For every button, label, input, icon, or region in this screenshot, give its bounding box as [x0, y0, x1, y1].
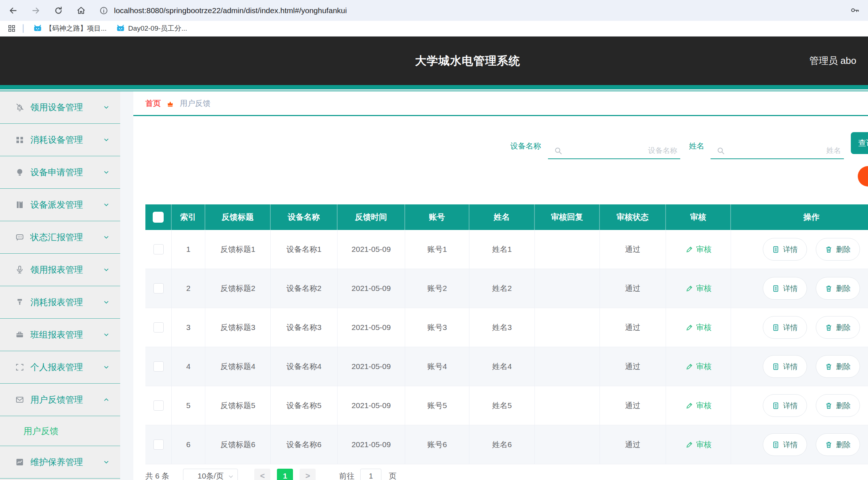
- sidebar-item[interactable]: 用户反馈管理: [0, 384, 120, 416]
- sidebar-subitem[interactable]: 用户反馈: [0, 416, 120, 446]
- bookmark-item[interactable]: Day02-09-员工分...: [116, 24, 187, 33]
- row-checkbox[interactable]: [153, 244, 164, 254]
- prev-page-button[interactable]: <: [254, 469, 270, 480]
- table-row: 2 反馈标题2 设备名称2 2021-05-09 账号2 姓名2 通过 审核 详…: [145, 269, 868, 308]
- cell-account: 账号6: [405, 425, 469, 464]
- column-header: 反馈时间: [338, 204, 405, 230]
- bookmark-label: Day02-09-员工分...: [128, 24, 187, 33]
- detail-button[interactable]: 详情: [763, 238, 807, 261]
- add-fab-button[interactable]: [858, 166, 868, 187]
- audit-link[interactable]: 审核: [685, 439, 712, 450]
- detail-button[interactable]: 详情: [763, 433, 807, 456]
- document-icon: [772, 324, 780, 331]
- refresh-icon[interactable]: [53, 5, 64, 16]
- briefcase-icon: [15, 330, 25, 340]
- detail-button[interactable]: 详情: [763, 394, 807, 417]
- sidebar-subitem-label: 用户反馈: [23, 425, 58, 437]
- cell-device-name: 设备名称4: [271, 347, 338, 386]
- next-page-button[interactable]: >: [300, 469, 316, 480]
- column-header: 审核: [666, 204, 731, 230]
- home-icon[interactable]: [76, 5, 86, 16]
- bilibili-icon: [33, 24, 42, 33]
- pencil-icon: [685, 245, 693, 253]
- sidebar-item-label: 个人报表管理: [30, 361, 102, 373]
- table-header-row: 索引 反馈标题 设备名称 反馈时间 账号 姓名 审核回复 审核状态 审核 操作: [145, 204, 868, 230]
- goto-page-input[interactable]: [360, 469, 381, 480]
- sidebar-item[interactable]: 设备申请管理: [0, 156, 120, 189]
- row-checkbox[interactable]: [153, 322, 164, 333]
- delete-button[interactable]: 删除: [816, 355, 860, 378]
- table-row: 3 反馈标题3 设备名称3 2021-05-09 账号3 姓名3 通过 审核 详…: [145, 308, 868, 347]
- cell-audit-status: 通过: [600, 386, 666, 425]
- delete-button[interactable]: 删除: [816, 433, 860, 456]
- cell-audit-status: 通过: [600, 308, 666, 347]
- name-filter-input[interactable]: [711, 142, 844, 159]
- audit-link[interactable]: 审核: [685, 244, 712, 254]
- delete-button[interactable]: 删除: [816, 316, 860, 339]
- audit-link[interactable]: 审核: [685, 322, 712, 333]
- sidebar-item[interactable]: 班组报表管理: [0, 319, 120, 351]
- row-checkbox[interactable]: [153, 283, 164, 293]
- grid-icon: [15, 135, 25, 145]
- select-all-checkbox[interactable]: [153, 212, 164, 223]
- breadcrumb-home-link[interactable]: 首页: [145, 98, 161, 108]
- sidebar-item[interactable]: 领用报表管理: [0, 254, 120, 286]
- sidebar-item[interactable]: 状态汇报管理: [0, 221, 120, 254]
- sidebar-item[interactable]: 领用设备管理: [0, 91, 120, 124]
- delete-button[interactable]: 删除: [816, 238, 860, 261]
- current-page-button[interactable]: 1: [277, 469, 293, 480]
- app-header: 大学城水电管理系统 管理员 abo: [0, 37, 868, 85]
- bulb-icon: [15, 167, 25, 177]
- cell-feedback-time: 2021-05-09: [338, 269, 405, 308]
- delete-button[interactable]: 删除: [816, 277, 860, 300]
- cell-name: 姓名1: [469, 230, 535, 269]
- sidebar-item[interactable]: 个人报表管理: [0, 351, 120, 384]
- pencil-icon: [685, 441, 693, 449]
- row-checkbox[interactable]: [153, 439, 164, 450]
- cell-index: 5: [172, 386, 205, 425]
- cell-index: 6: [172, 425, 205, 464]
- apps-grid-icon[interactable]: [7, 24, 16, 33]
- audit-link[interactable]: 审核: [685, 361, 712, 372]
- detail-button[interactable]: 详情: [763, 316, 807, 339]
- sidebar-item[interactable]: 消耗设备管理: [0, 124, 120, 156]
- feedback-table: 索引 反馈标题 设备名称 反馈时间 账号 姓名 审核回复 审核状态 审核 操作 …: [145, 204, 868, 464]
- cell-audit-reply: [535, 308, 600, 347]
- chevron-down-icon: [102, 363, 111, 372]
- bookmark-item[interactable]: 【码神之路】项目...: [33, 24, 107, 33]
- app-title: 大学城水电管理系统: [0, 37, 868, 85]
- sidebar-item[interactable]: 消耗报表管理: [0, 286, 120, 319]
- sidebar-item[interactable]: 维护保养管理: [0, 446, 120, 479]
- chevron-down-icon: [102, 168, 111, 177]
- search-button[interactable]: 查询: [851, 132, 868, 154]
- table-row: 5 反馈标题5 设备名称5 2021-05-09 账号5 姓名5 通过 审核 详…: [145, 386, 868, 425]
- device-name-filter-input[interactable]: [548, 142, 680, 159]
- row-checkbox[interactable]: [153, 400, 164, 411]
- audit-link[interactable]: 审核: [685, 400, 712, 411]
- delete-button-label: 删除: [836, 323, 851, 333]
- detail-button[interactable]: 详情: [763, 277, 807, 300]
- filter-toolbar: 设备名称 姓名 查询: [133, 131, 868, 161]
- sidebar-item[interactable]: 设备派发管理: [0, 189, 120, 221]
- site-info-icon[interactable]: [99, 5, 109, 16]
- url-text[interactable]: localhost:8080/springbootrze22/admin/dis…: [114, 6, 347, 15]
- cell-feedback-time: 2021-05-09: [338, 386, 405, 425]
- chat-icon: [15, 232, 25, 242]
- trash-icon: [825, 441, 833, 449]
- chevron-down-icon: [102, 135, 111, 144]
- cell-device-name: 设备名称3: [271, 308, 338, 347]
- page-size-select[interactable]: 10条/页: [183, 469, 238, 480]
- detail-button[interactable]: 详情: [763, 355, 807, 378]
- pagination: 共 6 条 10条/页 < 1 > 前往 页: [145, 469, 396, 480]
- bilibili-icon: [116, 24, 125, 33]
- back-icon[interactable]: [8, 5, 18, 16]
- audit-link[interactable]: 审核: [685, 283, 712, 293]
- cell-index: 4: [172, 347, 205, 386]
- row-checkbox[interactable]: [153, 361, 164, 372]
- cell-feedback-time: 2021-05-09: [338, 425, 405, 464]
- delete-button[interactable]: 删除: [816, 394, 860, 417]
- cell-device-name: 设备名称1: [271, 230, 338, 269]
- password-key-icon[interactable]: [850, 5, 860, 15]
- forward-icon[interactable]: [31, 5, 41, 16]
- bookmarks-separator: [23, 24, 24, 33]
